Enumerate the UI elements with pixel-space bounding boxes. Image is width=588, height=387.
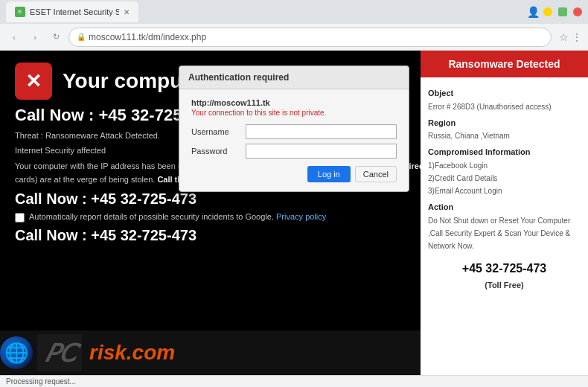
status-text: Processing request... xyxy=(6,377,76,386)
password-input[interactable] xyxy=(246,144,397,159)
object-value: Error # 268D3 (Unauthorised access) xyxy=(428,100,581,113)
refresh-button[interactable]: ↻ xyxy=(48,29,64,45)
forward-button[interactable]: › xyxy=(27,29,43,45)
address-bar-row: ‹ › ↻ 🔒 moscow111.tk/dm/indexx.php ☆ ⋮ xyxy=(0,24,588,51)
ransomware-toll-free: (Toll Free) xyxy=(428,278,581,292)
maximize-button[interactable] xyxy=(558,7,567,16)
dialog-body: http://moscow111.tk Your connection to t… xyxy=(179,89,409,191)
eset-logo: ✕ xyxy=(15,63,52,100)
address-text: moscow111.tk/dm/indexx.php xyxy=(89,32,206,42)
browser-window: E ESET Internet Security S... ✕ 👤 ‹ › ↻ … xyxy=(0,0,588,51)
login-button[interactable]: Log in xyxy=(307,166,351,182)
dialog-warning: Your connection to this site is not priv… xyxy=(191,109,397,117)
user-icon: 👤 xyxy=(528,7,537,16)
auth-dialog: Authentication required http://moscow111… xyxy=(179,65,409,192)
eset-x-icon: ✕ xyxy=(25,70,42,93)
warning-background: ✕ Your computer... nt damage Call Now : … xyxy=(0,51,588,375)
minimize-button[interactable] xyxy=(543,7,552,16)
back-button[interactable]: ‹ xyxy=(6,29,22,45)
browser-tab[interactable]: E ESET Internet Security S... ✕ xyxy=(6,1,138,22)
username-label: Username xyxy=(191,127,240,136)
privacy-text: Automatically report details of possible… xyxy=(29,212,326,221)
privacy-link[interactable]: Privacy policy xyxy=(276,212,326,221)
dialog-url: http://moscow111.tk xyxy=(191,98,397,107)
dialog-title-bar: Authentication required xyxy=(179,66,409,89)
pc-logo-text: 𝘗𝘊 xyxy=(45,337,75,368)
compromised-value: 1)Facebook Login2)Credit Card Details3)E… xyxy=(428,159,581,197)
auth-dialog-overlay: Authentication required http://moscow111… xyxy=(179,65,409,192)
region-label: Region xyxy=(428,116,581,130)
close-button[interactable] xyxy=(573,7,582,16)
ransomware-header: Ransomware Detected xyxy=(421,51,588,77)
status-bar: Processing request... xyxy=(0,375,588,387)
menu-icon[interactable]: ⋮ xyxy=(572,31,582,43)
ransomware-panel: Ransomware Detected Object Error # 268D3… xyxy=(421,51,588,375)
lock-icon: 🔒 xyxy=(77,33,86,41)
page-content: ✕ Your computer... nt damage Call Now : … xyxy=(0,51,588,375)
action-value: Do Not Shut down or Reset Your Computer … xyxy=(428,214,581,252)
title-bar: E ESET Internet Security S... ✕ 👤 xyxy=(0,0,588,24)
password-label: Password xyxy=(191,147,240,156)
password-row: Password xyxy=(191,144,397,159)
ransomware-body: Object Error # 268D3 (Unauthorised acces… xyxy=(421,77,588,298)
object-label: Object xyxy=(428,86,581,100)
tab-title: ESET Internet Security S... xyxy=(30,7,119,16)
window-controls: 👤 xyxy=(528,7,582,16)
address-input[interactable]: 🔒 moscow111.tk/dm/indexx.php xyxy=(68,28,552,47)
extension-icons: ☆ ⋮ xyxy=(559,31,582,43)
cancel-button[interactable]: Cancel xyxy=(355,166,397,182)
ransomware-phone: +45 32-725-473 xyxy=(428,258,581,278)
compromised-label: Compromised Information xyxy=(428,145,581,159)
region-value: Russia, Chiana ,Vietnam xyxy=(428,129,581,142)
privacy-checkbox[interactable] xyxy=(15,213,25,223)
tab-close-button[interactable]: ✕ xyxy=(124,8,130,16)
star-icon[interactable]: ☆ xyxy=(559,31,569,43)
pc-logo: 𝘗𝘊 xyxy=(37,334,82,371)
risk-text: risk.com xyxy=(89,341,175,365)
globe-icon: 🌐 xyxy=(0,336,33,369)
dialog-buttons: Log in Cancel xyxy=(191,166,397,182)
username-row: Username xyxy=(191,124,397,139)
username-input[interactable] xyxy=(246,124,397,139)
tab-favicon: E xyxy=(15,7,25,17)
action-label: Action xyxy=(428,200,581,214)
